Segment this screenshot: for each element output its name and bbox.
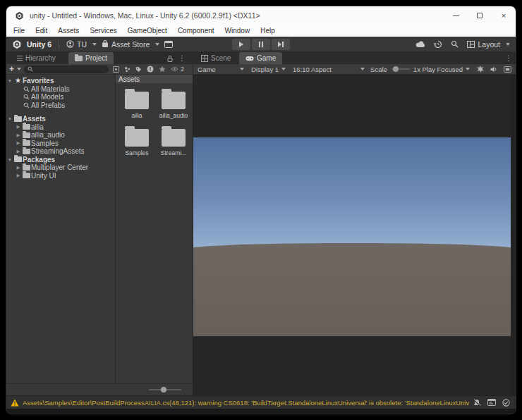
menu-component[interactable]: Component [178, 27, 214, 35]
create-asset-button[interactable]: + [9, 65, 14, 73]
scale-slider-knob[interactable] [393, 66, 399, 72]
layout-grid-icon [467, 41, 475, 48]
expander-icon[interactable]: ▶ [15, 132, 22, 138]
asset-folder-ailia[interactable]: ailia [120, 92, 154, 119]
play-focused-dropdown[interactable]: Play Focused [422, 66, 470, 73]
step-button[interactable] [272, 39, 290, 50]
main-toolbar: Unity 6 TU Asset Store [6, 37, 516, 52]
menu-services[interactable]: Services [90, 27, 116, 35]
tab-game[interactable]: Game [239, 52, 282, 64]
tree-item-multiplayer-center[interactable]: ▶ Multiplayer Center [6, 163, 115, 172]
search-input[interactable] [35, 66, 105, 73]
lock-icon[interactable] [167, 55, 173, 62]
maximize-button[interactable] [468, 6, 492, 25]
thumbnail-zoom-slider[interactable] [149, 389, 181, 390]
status-message[interactable]: Assets\Samples\Editor\PostBuildProcessAI… [23, 399, 469, 407]
tree-item-samples[interactable]: ▶ Samples [6, 140, 115, 148]
search-by-type-icon[interactable] [113, 66, 119, 73]
gizmos-icon[interactable] [504, 66, 511, 73]
project-panel-controls: ⋮ [167, 52, 186, 64]
folder-icon [125, 129, 149, 147]
cloud-icon[interactable] [415, 41, 425, 48]
asset-folder-samples[interactable]: Samples [120, 129, 154, 156]
asset-store-dropdown[interactable]: Asset Store [102, 40, 159, 49]
folder-icon [23, 165, 30, 171]
progress-check-icon[interactable] [502, 399, 510, 407]
search-by-label-icon[interactable] [135, 66, 142, 73]
close-button[interactable]: × [492, 6, 516, 25]
project-search-field[interactable] [24, 66, 109, 73]
tree-item-favorites[interactable]: ▼ ★ Favorites [6, 77, 115, 85]
tree-item-packages[interactable]: ▼ Packages [6, 156, 115, 164]
caret-down-icon [506, 43, 510, 46]
layout-label: Layout [478, 40, 500, 49]
tab-hierarchy[interactable]: Hierarchy [11, 52, 62, 64]
tab-scene[interactable]: Scene [195, 52, 237, 64]
menu-assets[interactable]: Assets [58, 27, 79, 35]
expander-icon[interactable]: ▼ [6, 116, 13, 121]
import-log-icon[interactable] [147, 66, 154, 73]
scale-control: Scale 1x [370, 66, 420, 73]
expander-icon[interactable]: ▶ [15, 173, 22, 178]
display-dropdown[interactable]: Display 1 [251, 66, 286, 73]
game-mode-dropdown[interactable]: Game [198, 66, 244, 73]
project-toolbar: + 2 [6, 64, 193, 75]
minimize-button[interactable] [444, 6, 468, 25]
tab-label: Project [85, 54, 107, 62]
caret-down-icon [17, 68, 21, 70]
layout-dropdown[interactable]: Layout [467, 40, 510, 49]
tree-item-assets[interactable]: ▼ Assets [6, 115, 115, 123]
game-render-frame [193, 137, 511, 336]
tree-item-ailia-audio[interactable]: ▶ ailia_audio [6, 131, 115, 140]
tree-item-all-models[interactable]: All Models [6, 93, 115, 101]
tree-item-ailia[interactable]: ▶ ailia [6, 123, 115, 132]
history-icon[interactable] [434, 40, 442, 49]
stats-icon[interactable] [477, 66, 484, 73]
scale-slider[interactable] [392, 68, 410, 70]
package-manager-icon[interactable] [164, 41, 173, 48]
project-bottom-bar [6, 383, 193, 395]
tree-item-streamingassets[interactable]: ▶ StreamingAssets [6, 147, 115, 156]
tree-item-all-materials[interactable]: All Materials [6, 85, 115, 94]
notifications-muted-icon[interactable] [473, 399, 481, 407]
menu-edit[interactable]: Edit [35, 27, 47, 35]
visibility-eye-icon[interactable] [171, 66, 178, 72]
status-bar[interactable]: Assets\Samples\Editor\PostBuildProcessAI… [6, 395, 516, 409]
close-icon: × [502, 12, 506, 20]
menu-file[interactable]: File [13, 27, 25, 35]
caret-down-icon [281, 68, 286, 70]
asset-folder-ailia-audio[interactable]: ailia_audio [157, 92, 190, 119]
account-dropdown[interactable]: TU [66, 40, 97, 49]
tree-item-all-prefabs[interactable]: All Prefabs [6, 101, 115, 110]
asset-store-label: Asset Store [111, 40, 150, 49]
console-icon[interactable] [487, 399, 496, 406]
menu-help[interactable]: Help [260, 27, 275, 35]
expander-icon[interactable]: ▶ [15, 140, 22, 146]
expander-icon[interactable]: ▼ [6, 157, 13, 162]
saved-search-star-icon[interactable] [159, 66, 166, 73]
caret-down-icon [92, 43, 97, 46]
menu-window[interactable]: Window [225, 27, 250, 35]
expander-icon[interactable]: ▼ [6, 78, 13, 83]
zoom-slider-knob[interactable] [161, 387, 166, 393]
expander-icon[interactable]: ▶ [15, 165, 22, 171]
tab-project[interactable]: Project [68, 52, 114, 64]
shopping-bag-icon [102, 40, 109, 48]
menu-gameobject[interactable]: GameObject [128, 27, 167, 35]
caret-down-icon [240, 68, 244, 70]
mute-audio-icon[interactable] [490, 66, 497, 73]
panel-menu-icon[interactable]: ⋮ [178, 54, 186, 62]
aspect-ratio-dropdown[interactable]: 16:10 Aspect [293, 66, 365, 73]
panel-menu-icon[interactable]: ⋮ [505, 54, 512, 62]
search-icon[interactable] [451, 40, 459, 48]
game-viewport[interactable] [193, 75, 516, 395]
expander-icon[interactable]: ▶ [15, 149, 22, 154]
asset-folder-streamingassets[interactable]: Streami... [157, 129, 190, 156]
tree-item-unity-ui[interactable]: ▶ Unity UI [6, 172, 115, 180]
game-view-toolbar: Game Display 1 16:10 Aspect Scale 1x Pla… [193, 64, 516, 75]
pause-button[interactable] [252, 39, 270, 50]
expander-icon[interactable]: ▶ [15, 124, 22, 130]
play-button[interactable] [232, 39, 250, 50]
search-by-asset-icon[interactable] [124, 66, 130, 73]
folder-icon [23, 149, 30, 154]
